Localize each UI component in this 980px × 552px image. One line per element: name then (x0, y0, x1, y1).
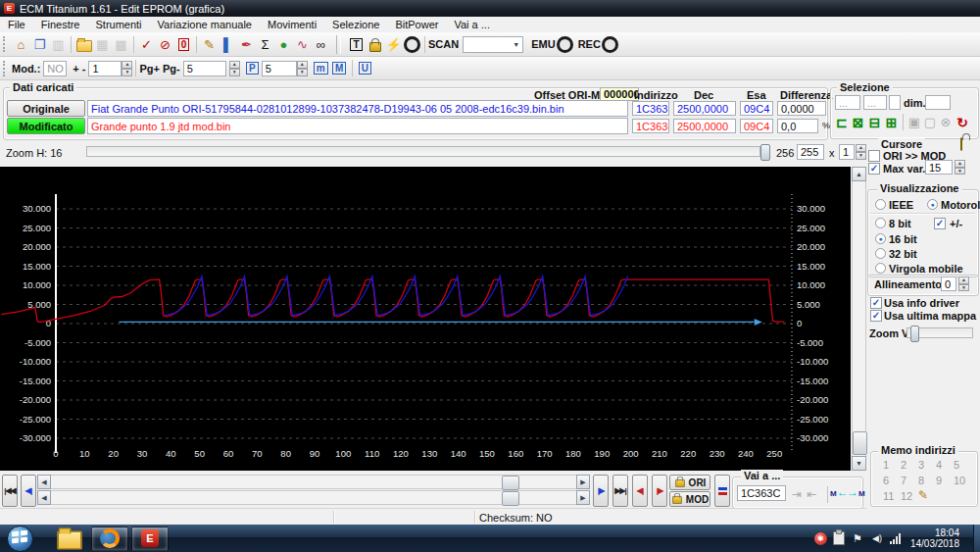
menu-item-vai-a[interactable]: Vai a ... (446, 18, 497, 31)
selezione-n-field[interactable] (889, 95, 901, 110)
rec-knob-button[interactable] (601, 35, 619, 54)
originale-filename[interactable]: Fiat Grande Punto ORI-51795844-028101289… (87, 100, 628, 117)
menu-item-selezione[interactable]: Selezione (324, 18, 387, 31)
step-back-mod-button[interactable]: ◀| (632, 475, 648, 507)
cursore-lock-icon[interactable] (960, 137, 962, 151)
annul-icon[interactable]: ⊘ (156, 35, 174, 54)
sel-copy-icon[interactable]: ▣ (906, 115, 922, 129)
menu-item-movimenti[interactable]: Movimenti (260, 18, 324, 31)
zoom-h-mult-field[interactable]: 1 (839, 144, 855, 160)
memo-slot-4[interactable]: 4 (936, 459, 942, 471)
memo-prev-icon[interactable]: M← (830, 485, 849, 499)
memo-slot-11[interactable]: 11 (883, 490, 894, 502)
menu-item-strumenti[interactable]: Strumenti (87, 18, 149, 31)
zoom-h-slider-thumb[interactable] (760, 144, 770, 161)
step-fwd-ori-button[interactable]: |▶ (593, 475, 609, 507)
ori-hscroll-thumb[interactable] (502, 476, 519, 490)
mod-lock-button[interactable]: MOD (669, 491, 710, 507)
virgola-mobile-radio[interactable] (875, 263, 886, 274)
max-var-checkbox[interactable]: ✓ (868, 163, 880, 175)
page2-field[interactable]: 5 (262, 61, 297, 76)
tray-network-icon[interactable] (890, 533, 901, 544)
tray-clipboard-icon[interactable] (833, 531, 845, 545)
save-all-icon[interactable]: ▩ (112, 35, 130, 54)
lock-icon[interactable] (366, 35, 384, 54)
memo-slot-7[interactable]: 7 (901, 475, 906, 486)
vai-a-field[interactable]: 1C363C (737, 485, 786, 501)
usa-ultima-mappa-checkbox[interactable]: ✓ (870, 310, 882, 322)
mod-dec-field[interactable]: 2500,0000 (673, 119, 736, 133)
graph-vscroll-down[interactable]: ▼ (852, 456, 866, 471)
dim-field[interactable] (925, 95, 951, 110)
taskbar-firefox-button[interactable] (91, 527, 128, 551)
mod-hscroll-right[interactable]: ▶ (576, 490, 590, 505)
mod-differenza-field[interactable]: 0,0 (777, 119, 818, 133)
originale-button[interactable]: Originale (7, 100, 85, 117)
step-fwd-mod-button[interactable]: |▶ (652, 475, 667, 507)
zoom-h-slider[interactable] (86, 146, 760, 157)
sel-paste-icon[interactable]: ▢ (922, 115, 938, 129)
allineamento-field[interactable]: 0 (941, 276, 956, 291)
knob-icon[interactable] (403, 35, 421, 54)
go-end-button[interactable]: ▶▶| (612, 475, 628, 507)
taskbar-explorer-button[interactable] (51, 527, 88, 551)
zoom-v-slider-thumb[interactable] (910, 326, 919, 342)
step-back-ori-button[interactable]: ◀| (21, 475, 36, 507)
memo-slot-2[interactable]: 2 (901, 459, 906, 471)
goto-col-icon[interactable]: ⇤ (807, 487, 816, 501)
tray-flag-icon[interactable]: ⚑ (851, 531, 864, 545)
bit16-radio[interactable]: ● (875, 233, 886, 244)
step-field[interactable]: 1 (88, 61, 122, 76)
graph-vscrollbar[interactable] (852, 167, 866, 471)
sigma-icon[interactable]: Σ (256, 35, 274, 54)
memo-edit-icon[interactable]: ✎ (918, 488, 928, 502)
edit-notes-icon[interactable]: ✎ (200, 35, 219, 54)
zoom-h-mult-spinner[interactable]: ▲▼ (856, 144, 866, 160)
offset-field[interactable]: 000000 (600, 87, 639, 101)
scan-dropdown[interactable]: ▼ (463, 36, 523, 53)
graph-vscroll-up[interactable]: ▲ (852, 167, 866, 181)
mod-indirizzo-field[interactable]: 1C363C (632, 119, 669, 133)
compare-chart-button[interactable] (714, 475, 730, 507)
mod-hscroll-thumb[interactable] (502, 491, 519, 506)
taskbar-clock[interactable]: 18:04 14/03/2018 (910, 527, 959, 549)
run-icon[interactable]: ⚡ (384, 35, 403, 54)
apply-check-icon[interactable]: ✓ (137, 35, 156, 54)
refresh-icon[interactable]: ↻ (954, 115, 971, 130)
allineamento-spinner[interactable]: ▲▼ (958, 276, 969, 291)
ori-dec-field[interactable]: 2500,0000 (673, 101, 736, 116)
home-icon[interactable]: ⌂ (12, 35, 30, 54)
page-field[interactable]: 5 (183, 61, 226, 76)
memo-slot-9[interactable]: 9 (936, 475, 942, 486)
binoculars-icon[interactable]: ∞ (312, 35, 330, 54)
tile-window-icon[interactable]: ▥ (49, 35, 68, 54)
max-icon[interactable]: M (330, 59, 349, 77)
mod-field[interactable]: NO (43, 61, 67, 76)
cascade-windows-icon[interactable]: ❐ (30, 35, 49, 54)
selezione-start-field[interactable]: ... (835, 95, 860, 110)
ori-lock-button[interactable]: ORI (669, 475, 710, 490)
open-file-icon[interactable] (74, 35, 93, 54)
bit8-radio[interactable] (875, 218, 886, 228)
taskbar-ecm-button[interactable]: E (131, 527, 169, 551)
memo-slot-10[interactable]: 10 (954, 475, 965, 486)
ieee-radio[interactable] (875, 199, 886, 210)
memo-slot-1[interactable]: 1 (883, 459, 889, 471)
motorola-radio[interactable]: ● (927, 199, 938, 210)
sel-hor-icon[interactable]: ⊟ (866, 115, 883, 130)
page-jump-icon[interactable]: P (243, 59, 262, 77)
memo-slot-6[interactable]: 6 (883, 475, 889, 486)
sel-start-icon[interactable]: ⊏ (833, 115, 850, 130)
zero-icon[interactable]: 0 (174, 35, 193, 54)
selezione-end-field[interactable]: ... (863, 95, 887, 110)
tray-alert-icon[interactable]: ✱ (814, 532, 827, 545)
emu-knob-button[interactable] (556, 35, 574, 54)
ori-indirizzo-field[interactable]: 1C363C (632, 101, 669, 116)
tray-speaker-icon[interactable]: ◀) (870, 531, 884, 545)
memo-slot-8[interactable]: 8 (918, 475, 924, 486)
column-icon[interactable]: ▌ (219, 35, 237, 54)
graph-icon[interactable]: ∿ (293, 35, 312, 54)
title-bar[interactable]: E ECM Titanium 1.61 - Edit EPROM (grafic… (0, 0, 980, 17)
bit32-radio[interactable] (875, 248, 886, 259)
menu-item-bitpower[interactable]: BitPower (387, 18, 446, 31)
